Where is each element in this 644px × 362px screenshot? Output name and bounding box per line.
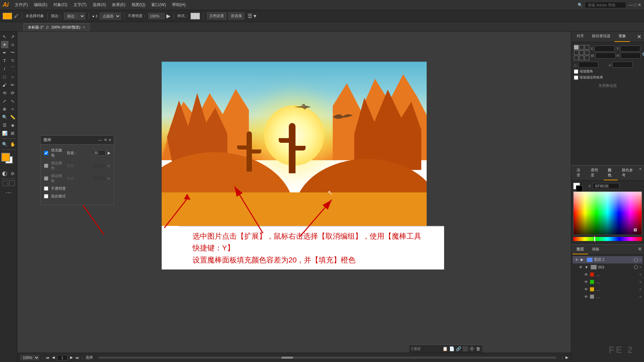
page-nav-back[interactable]: ◀ [52,355,55,360]
layer-lock-btn[interactable]: ○ [639,258,641,261]
arrange-icon[interactable]: ☰ ▾ [248,13,256,19]
style-color-swatch[interactable] [191,13,200,19]
hue-slider[interactable] [573,237,642,241]
layer-003-target[interactable] [634,265,638,269]
scale-stroke-checkbox[interactable] [574,75,578,80]
measure-tool[interactable]: 📏 [9,113,16,121]
rotate-tool[interactable]: ⟲ [1,89,8,97]
reflect-tool[interactable]: ⟳ [9,89,16,97]
menu-text[interactable]: 文字(T) [71,1,89,8]
paintbrush-tool[interactable]: 🖌 [1,81,8,88]
width-tool[interactable]: ≈ [9,105,16,113]
doc-settings-btn[interactable]: 文档设置 [207,12,226,19]
tolerance-expand[interactable]: ▶ [108,151,110,155]
color-guide-tab[interactable]: 颜色参考 [618,166,638,180]
menu-edit[interactable]: 编辑(E) [31,1,50,8]
menu-view[interactable]: 视图(Q) [129,1,148,8]
page-nav-prev[interactable]: ⏮ [46,356,49,360]
panel-close-btn[interactable]: ✕ [104,138,107,142]
page-nav-last[interactable]: ⏭ [75,356,79,360]
tolerance-input[interactable] [92,150,106,156]
transform-select[interactable]: 插边： [64,13,85,19]
ellipse-tool[interactable]: ○ [9,73,16,80]
panel-minimize-btn[interactable]: — [98,138,102,142]
tab-pathfinder[interactable]: 路径查找器 [588,32,614,42]
hex-input[interactable] [593,183,620,189]
blend-mode-label[interactable]: 混合模式 [51,194,66,199]
layer-red-lock[interactable]: ○ [639,273,641,276]
transparency-tab[interactable]: 透明度 [587,166,604,180]
layers-menu-btn[interactable]: ≡ [637,245,643,254]
sw-tolerance-input[interactable] [92,176,106,181]
menu-window[interactable]: 窗口(W) [149,1,168,8]
stroke-color-checkbox[interactable] [44,164,48,168]
hand-tool[interactable]: ✋ [9,140,16,148]
blend-mode-checkbox[interactable] [44,194,48,198]
column-graph-tool[interactable]: 📊 [1,129,8,137]
black-swatch[interactable] [576,185,583,192]
magic-wand-tool[interactable]: ✦ [1,41,8,48]
rotation-field[interactable] [578,62,598,68]
color-panel-opts[interactable]: ≡ [638,166,643,180]
w-field[interactable] [595,53,615,59]
gradient-tab[interactable]: 淡变 [573,166,587,180]
panel-menu-btn[interactable]: ≡ [109,138,111,142]
zoom-select[interactable]: 100% [20,355,39,360]
layer-item-yellow[interactable]: 👁 ... ○ [573,286,643,293]
scale-corners-checkbox[interactable] [574,69,578,74]
foreground-color[interactable] [1,153,10,162]
layer-item-green[interactable]: 👁 ... ○ [573,278,643,286]
preferences-btn[interactable]: 首选项 [228,12,244,19]
layer-003-lock[interactable]: ○ [639,265,641,269]
zoom-control[interactable]: 100% [20,355,39,360]
symbol-tool[interactable]: ◈ [9,121,16,129]
stroke-tolerance-input[interactable] [92,163,106,168]
y-field[interactable] [620,46,640,52]
blend-tool[interactable]: ☰ [1,121,8,129]
opacity-expand-icon[interactable]: ▶ [166,13,170,19]
menu-select[interactable]: 选择(S) [90,1,109,8]
page-number-input[interactable] [57,355,67,360]
panel-options-btn[interactable]: ✕ [636,32,643,42]
layer-item-grey[interactable]: 👁 ... ○ [573,293,643,300]
pen-tool[interactable]: ✒ [1,49,8,56]
menu-effects[interactable]: 效果(E) [109,1,128,8]
layer-target-btn[interactable] [634,258,638,262]
h-field[interactable] [621,53,641,59]
point-type-select[interactable]: 点圆形 [100,13,121,19]
color-tab[interactable]: 颜色 [604,166,618,180]
transform-reference-grid[interactable] [574,45,589,60]
scroll-right-btn[interactable]: ▶ [566,355,568,360]
fill-color-swatch[interactable] [3,13,12,19]
layer-grey-lock[interactable]: ○ [639,295,641,298]
fill-color-checkbox[interactable] [44,151,48,155]
shear-field[interactable] [612,62,633,68]
shear-tool[interactable]: ⤡ [9,97,16,105]
color-spectrum[interactable] [573,191,642,235]
layer-eye-layer2[interactable]: 👁 [574,257,579,262]
layer-new-btn[interactable]: 📄 [449,346,454,351]
layer-merge-btn[interactable]: ⬛ [463,346,468,351]
layer-item-003[interactable]: 👁 ▼ 003 ○ [573,263,643,271]
document-tab[interactable]: 未标题-1* @ 100% (RGB/预览) ✕ [23,23,90,31]
layer-green-lock[interactable]: ○ [639,280,641,284]
page-nav-next[interactable]: ▶ [70,355,73,360]
layer-item-red[interactable]: 👁 ... ○ [573,271,643,278]
stroke-width-label[interactable]: 描边细粗 [51,173,64,183]
type-tool[interactable]: T [1,57,8,64]
layer-delete-btn[interactable]: 🗑 [476,346,480,351]
menu-object[interactable]: 对象(O) [51,1,70,8]
layer-make-mask-btn[interactable]: 📋 [442,346,448,351]
direct-select-tool[interactable]: ↗ [9,33,16,40]
layer-eye-red[interactable]: 👁 [583,272,589,277]
draw-mode-btn[interactable]: □ [3,181,15,186]
opacity-input[interactable] [148,13,164,19]
arc-tool[interactable]: ⌒ [9,65,16,72]
layer-yellow-lock[interactable]: ○ [639,287,641,291]
tab-transform[interactable]: 变换 [614,32,630,42]
stroke-color-label[interactable]: 描边颜色 [51,161,64,171]
search-input[interactable] [585,2,626,8]
type-path-tool[interactable]: T/ [9,57,16,64]
menu-help[interactable]: 帮助(H) [169,1,189,8]
lasso-tool[interactable]: ⊃ [9,41,16,48]
